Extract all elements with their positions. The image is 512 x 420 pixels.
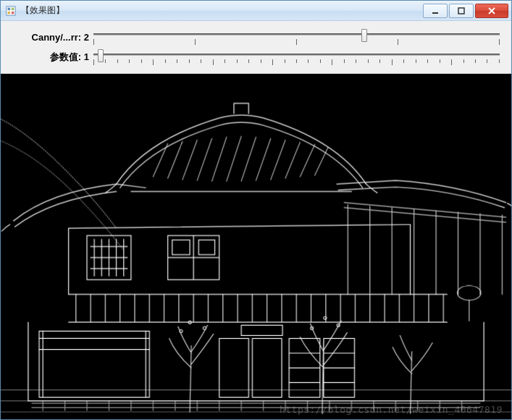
image-canvas: https://blog.csdn.net/weixin_40647819: [1, 74, 511, 419]
slider-row-param: 参数值: 1: [7, 47, 505, 67]
svg-rect-3: [8, 11, 11, 14]
svg-rect-4: [12, 11, 14, 14]
slider-label-param: 参数值: 1: [7, 51, 93, 64]
svg-rect-7: [1, 74, 511, 419]
close-button[interactable]: [475, 4, 508, 18]
app-icon: [5, 5, 17, 17]
minimize-button[interactable]: [423, 4, 448, 18]
svg-rect-1: [8, 7, 11, 10]
slider-param[interactable]: [93, 48, 500, 67]
slider-track: [93, 54, 500, 56]
slider-canny[interactable]: [93, 28, 500, 46]
edge-image: [1, 74, 511, 419]
window-title: 【效果图】: [21, 4, 421, 17]
slider-label-canny: Canny/...rr: 2: [7, 32, 93, 43]
svg-rect-6: [458, 8, 464, 14]
app-window: 【效果图】 Canny/...rr: 2 参数值: 1: [0, 0, 512, 420]
maximize-button[interactable]: [449, 4, 474, 18]
svg-rect-2: [12, 7, 14, 10]
slider-track: [93, 33, 500, 35]
svg-rect-5: [432, 12, 438, 14]
titlebar[interactable]: 【效果图】: [1, 1, 511, 21]
slider-ticks: [93, 39, 500, 45]
slider-row-canny: Canny/...rr: 2: [7, 27, 505, 47]
controls-panel: Canny/...rr: 2 参数值: 1: [1, 21, 511, 74]
slider-ticks: [93, 59, 500, 65]
window-buttons: [421, 4, 508, 18]
